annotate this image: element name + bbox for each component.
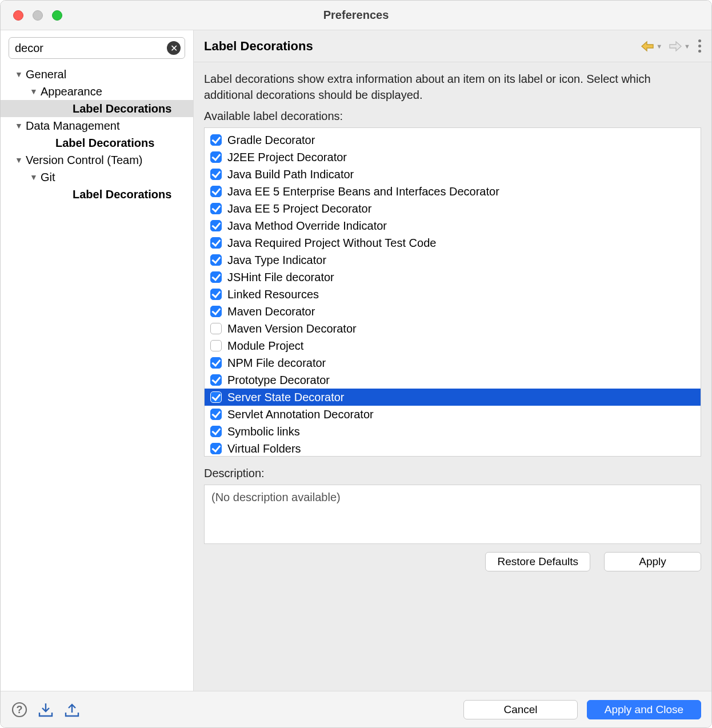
list-item[interactable]: Maven Decorator [205, 303, 701, 320]
checkbox[interactable] [210, 443, 222, 454]
import-preferences-icon[interactable] [37, 701, 54, 718]
search-field-wrap: ✕ [9, 37, 185, 59]
list-item[interactable]: Servlet Annotation Decorator [205, 406, 701, 423]
tree-item-label: Label Decorations [71, 102, 171, 115]
restore-defaults-button[interactable]: Restore Defaults [485, 552, 590, 571]
checkbox[interactable] [210, 220, 222, 231]
chevron-down-icon[interactable]: ▼ [13, 155, 25, 165]
chevron-down-icon[interactable]: ▼ [28, 173, 39, 182]
arrow-right-icon [668, 40, 683, 53]
list-item-label: Prototype Decorator [227, 374, 330, 387]
tree-item[interactable]: ▼Git [1, 169, 193, 186]
tree-item[interactable]: Label Decorations [1, 134, 193, 151]
checkbox[interactable] [210, 289, 222, 300]
list-item[interactable]: Java Type Indicator [205, 251, 701, 269]
checkbox[interactable] [210, 151, 222, 163]
checkbox[interactable] [210, 340, 222, 351]
apply-and-close-button[interactable]: Apply and Close [587, 700, 701, 719]
cancel-button[interactable]: Cancel [463, 700, 578, 719]
page-header: Label Decorations ▼ ▼ [194, 30, 711, 62]
tree-item[interactable]: Label Decorations [1, 100, 193, 117]
list-item[interactable]: Gradle Decorator [205, 131, 701, 149]
checkbox[interactable] [210, 186, 222, 197]
list-item[interactable]: Module Project [205, 337, 701, 354]
checkbox[interactable] [210, 426, 222, 437]
list-item[interactable]: Linked Resources [205, 286, 701, 303]
checkbox[interactable] [210, 254, 222, 266]
list-item-label: Maven Decorator [227, 305, 315, 318]
tree-item-label: Label Decorations [54, 137, 154, 150]
preferences-window: Preferences ✕ ▼General▼AppearanceLabel D… [0, 0, 712, 728]
back-button[interactable]: ▼ [640, 40, 662, 53]
sidebar: ✕ ▼General▼AppearanceLabel Decorations▼D… [1, 30, 194, 691]
chevron-down-icon[interactable]: ▼ [28, 87, 39, 96]
list-item[interactable]: Symbolic links [205, 423, 701, 440]
tree-item-label: General [25, 68, 66, 81]
search-input[interactable] [9, 37, 185, 59]
description-text: (No description available) [211, 491, 341, 503]
list-item[interactable]: Java EE 5 Enterprise Beans and Interface… [205, 183, 701, 200]
list-item-label: Java Type Indicator [227, 254, 326, 267]
decorations-list[interactable]: Gradle DecoratorJ2EE Project DecoratorJa… [204, 127, 701, 457]
forward-button[interactable]: ▼ [668, 40, 690, 53]
list-item[interactable]: Java Build Path Indicator [205, 166, 701, 183]
apply-button[interactable]: Apply [604, 552, 701, 571]
minimize-window-button[interactable] [33, 10, 43, 21]
view-menu-icon[interactable] [696, 39, 703, 53]
list-item-label: Java Method Override Indicator [227, 219, 387, 233]
tree-item[interactable]: ▼Version Control (Team) [1, 151, 193, 169]
list-item-label: Java EE 5 Enterprise Beans and Interface… [227, 185, 499, 198]
list-item-label: Maven Version Decorator [227, 322, 357, 335]
tree-item-label: Appearance [39, 85, 102, 98]
tree-item-label: Version Control (Team) [25, 154, 143, 167]
export-preferences-icon[interactable] [63, 701, 81, 718]
tree-item[interactable]: ▼Appearance [1, 83, 193, 100]
list-item[interactable]: Maven Version Decorator [205, 320, 701, 337]
description-box: (No description available) [204, 485, 701, 544]
checkbox[interactable] [210, 237, 222, 249]
list-item-label: Java EE 5 Project Decorator [227, 202, 371, 215]
close-window-button[interactable] [13, 10, 23, 21]
list-item-label: Linked Resources [227, 288, 319, 301]
list-item[interactable]: Server State Decorator [205, 389, 701, 406]
clear-search-icon[interactable]: ✕ [167, 41, 181, 55]
list-item[interactable]: Java Method Override Indicator [205, 217, 701, 234]
window-controls [1, 10, 62, 21]
checkbox[interactable] [210, 203, 222, 214]
list-item[interactable]: JSHint File decorator [205, 269, 701, 286]
checkbox[interactable] [210, 306, 222, 317]
checkbox[interactable] [210, 391, 222, 403]
preferences-tree[interactable]: ▼General▼AppearanceLabel Decorations▼Dat… [1, 63, 193, 207]
checkbox[interactable] [210, 323, 222, 334]
list-item[interactable]: NPM File decorator [205, 354, 701, 371]
checkbox[interactable] [210, 409, 222, 420]
tree-item[interactable]: Label Decorations [1, 186, 193, 203]
list-item[interactable]: Java EE 5 Project Decorator [205, 200, 701, 217]
checkbox[interactable] [210, 271, 222, 283]
description-label: Description: [204, 467, 701, 480]
list-item[interactable]: Virtual Folders [205, 440, 701, 457]
list-item[interactable]: Prototype Decorator [205, 371, 701, 389]
available-label: Available label decorations: [204, 110, 701, 123]
tree-item[interactable]: ▼Data Management [1, 117, 193, 134]
checkbox[interactable] [210, 357, 222, 369]
list-item-label: Java Required Project Without Test Code [227, 237, 436, 250]
list-item[interactable]: J2EE Project Decorator [205, 149, 701, 166]
arrow-left-icon [640, 40, 655, 53]
page-title: Label Decorations [204, 39, 640, 54]
list-item-label: J2EE Project Decorator [227, 151, 347, 164]
window-title: Preferences [323, 9, 389, 22]
help-icon[interactable]: ? [11, 701, 28, 718]
list-item[interactable]: Java Required Project Without Test Code [205, 234, 701, 251]
tree-item[interactable]: ▼General [1, 66, 193, 83]
list-item-label: Module Project [227, 339, 303, 353]
checkbox[interactable] [210, 169, 222, 180]
titlebar: Preferences [1, 1, 711, 30]
zoom-window-button[interactable] [52, 10, 62, 21]
checkbox[interactable] [210, 374, 222, 386]
main-panel: Label Decorations ▼ ▼ [194, 30, 711, 691]
list-item-label: Java Build Path Indicator [227, 168, 354, 181]
chevron-down-icon[interactable]: ▼ [13, 121, 25, 130]
checkbox[interactable] [210, 134, 222, 146]
chevron-down-icon[interactable]: ▼ [13, 70, 25, 79]
